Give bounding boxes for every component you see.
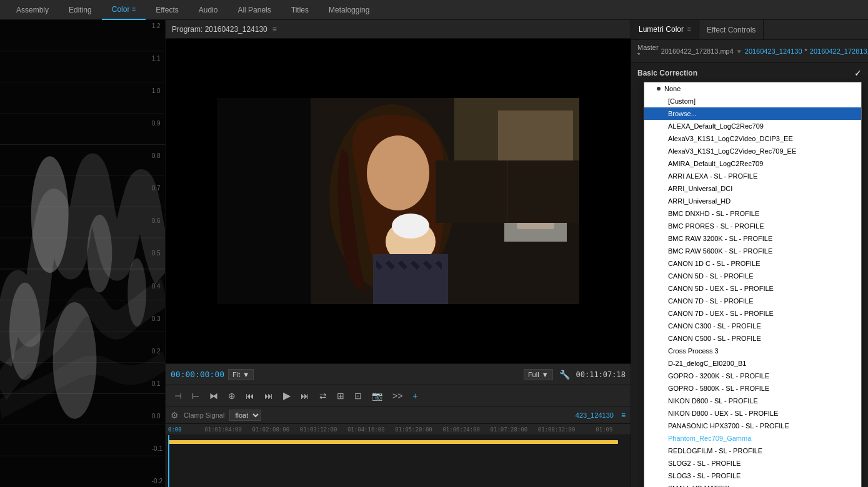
program-title: Program: 20160423_124130	[172, 25, 267, 34]
nav-audio[interactable]: Audio	[189, 0, 228, 20]
timeline-header: ⚙ Clamp Signal float 423_124130 ≡	[166, 406, 631, 424]
lut-option-arri-hd[interactable]: ARRI_Universal_HD	[644, 195, 861, 207]
lut-option-bmc-prores[interactable]: BMC PRORES - SL - PROFILE	[644, 220, 861, 232]
lumetri-content: Basic Correction ✓ Input LUT None ▼ None	[631, 63, 868, 487]
lut-option-bmc-raw-5600[interactable]: BMC RAW 5600K - SL - PROFILE	[644, 245, 861, 257]
more-controls-icon[interactable]: >>	[390, 390, 405, 402]
timeline-start-tc: 0:00	[168, 426, 199, 433]
program-menu-icon[interactable]: ≡	[272, 25, 277, 34]
lut-option-canon-7d[interactable]: CANON 7D - SL - PROFILE	[644, 295, 861, 307]
master-label: Master *	[637, 44, 659, 59]
tab-effect-controls[interactable]: Effect Controls	[699, 20, 764, 39]
svg-rect-30	[373, 254, 448, 304]
basic-correction-checkmark[interactable]: ✓	[854, 68, 862, 78]
nav-assembly[interactable]: Assembly	[6, 0, 59, 20]
go-to-in-icon[interactable]: ⏮	[243, 390, 257, 402]
nav-titles[interactable]: Titles	[281, 0, 319, 20]
lut-option-alexa-default[interactable]: ALEXA_Default_LogC2Rec709	[644, 120, 861, 132]
lumetri-menu-icon[interactable]: ≡	[687, 26, 691, 32]
lut-option-small-hd[interactable]: SMALL HD MATRIX	[644, 482, 861, 487]
right-panel: Lumetri Color ≡ Effect Controls Master *…	[631, 20, 868, 487]
nav-effects[interactable]: Effects	[146, 0, 188, 20]
timeline-gear-icon[interactable]: ⚙	[171, 410, 179, 420]
quality-dropdown[interactable]: Full ▼	[524, 369, 553, 380]
master-arrow[interactable]: ▼	[736, 48, 742, 55]
transport-controls: ⊣ ⊢ ⧓ ⊕ ⏮ ⏭ ▶ ⏭ ⇄ ⊞ ⊡ 📷 >> +	[166, 385, 631, 406]
nav-metalogging[interactable]: Metalogging	[319, 0, 379, 20]
lut-option-canon-c500[interactable]: CANON C500 - SL - PROFILE	[644, 332, 861, 345]
lut-option-cross-process[interactable]: Cross Process 3	[644, 345, 861, 357]
svg-point-17	[87, 215, 112, 293]
play-stop-icon[interactable]: ▶	[281, 388, 293, 403]
lut-option-arri-dci[interactable]: ARRI_Universal_DCI	[644, 182, 861, 195]
lut-option-alexav3-dcip3[interactable]: AlexaV3_K1S1_LogC2Video_DCIP3_EE	[644, 132, 861, 145]
lut-option-canon-1dc[interactable]: CANON 1D C - SL - PROFILE	[644, 257, 861, 270]
lut-option-canon-5d-uex[interactable]: CANON 5D - UEX - SL - PROFILE	[644, 282, 861, 295]
timeline-clip-bar	[168, 440, 618, 444]
timeline-tracks[interactable]	[166, 435, 631, 487]
lut-option-canon-7d-uex[interactable]: CANON 7D - UEX - SL - PROFILE	[644, 307, 861, 320]
lut-option-panasonic[interactable]: PANASONIC HPX3700 - SL - PROFILE	[644, 420, 861, 432]
track-menu-icon[interactable]: ≡	[621, 411, 626, 420]
svg-rect-37	[508, 160, 579, 223]
safe-margins-icon[interactable]: ⊞	[334, 390, 347, 402]
lut-option-nikon-d800[interactable]: NIKON D800 - SL - PROFILE	[644, 395, 861, 407]
lut-option-alexav3-rec709[interactable]: AlexaV3_K1S1_LogC2Video_Rec709_EE	[644, 145, 861, 157]
insert-icon[interactable]: ⊡	[352, 390, 364, 402]
lut-option-browse[interactable]: Browse...	[644, 107, 861, 120]
color-menu-icon[interactable]: ≡	[132, 6, 136, 12]
main-layout: 1.2 1.1 1.0 0.9 0.8 0.7 0.6 0.5 0.4 0.3 …	[0, 20, 868, 487]
master-file: 20160422_172813.mp4	[661, 47, 734, 55]
tab-lumetri-color[interactable]: Lumetri Color ≡	[631, 20, 699, 39]
lut-option-redlogfilm[interactable]: REDLOGFILM - SL - PROFILE	[644, 445, 861, 457]
lut-dropdown: None [Custom] Browse... ALEXA_Default_Lo…	[644, 82, 862, 487]
add-marker-icon[interactable]: +	[410, 390, 420, 402]
loop-icon[interactable]: ⇄	[317, 390, 329, 402]
svg-point-29	[392, 214, 429, 239]
basic-correction-header[interactable]: Basic Correction ✓	[631, 63, 868, 83]
program-header: Program: 20160423_124130 ≡	[166, 20, 631, 39]
svg-rect-22	[217, 98, 311, 304]
lut-option-gopro-3200[interactable]: GOPRO - 3200K - SL - PROFILE	[644, 370, 861, 382]
nav-all-panels[interactable]: All Panels	[227, 0, 281, 20]
top-navigation: Assembly Editing Color ≡ Effects Audio A…	[0, 0, 868, 20]
step-back-icon[interactable]: ⏭	[262, 390, 276, 402]
lut-option-none[interactable]: None	[644, 82, 861, 95]
lut-option-bmc-raw-3200[interactable]: BMC RAW 3200K - SL - PROFILE	[644, 232, 861, 245]
mark-in-icon[interactable]: ⊣	[172, 390, 184, 402]
clamp-dropdown[interactable]: float	[229, 410, 261, 421]
lift-extract-icon[interactable]: ⊕	[226, 390, 238, 402]
basic-correction-title: Basic Correction	[637, 69, 697, 77]
lut-option-slog2[interactable]: SLOG2 - SL - PROFILE	[644, 457, 861, 470]
clip-link-2[interactable]: 20160422_172813.mp4	[810, 47, 868, 55]
lut-option-phantom[interactable]: Phantom_Rec709_Gamma	[644, 432, 861, 445]
panel-tabs: Lumetri Color ≡ Effect Controls	[631, 20, 868, 40]
playback-controls: 00:00:00:00 Fit ▼ Full ▼ 🔧 00:11:07:18	[166, 363, 631, 385]
lut-option-amira[interactable]: AMIRA_Default_LogC2Rec709	[644, 157, 861, 170]
lut-option-nikon-d800-uex[interactable]: NIKON D800 - UEX - SL - PROFILE	[644, 407, 861, 420]
waveform-scope: 1.2 1.1 1.0 0.9 0.8 0.7 0.6 0.5 0.4 0.3 …	[0, 20, 165, 487]
step-fwd-icon[interactable]: ⏭	[298, 390, 312, 402]
lut-option-d21[interactable]: D-21_delogC_EI0200_B1	[644, 357, 861, 370]
fit-dropdown[interactable]: Fit ▼	[228, 369, 254, 380]
svg-rect-36	[436, 160, 507, 223]
mark-clip-icon[interactable]: ⧓	[207, 390, 221, 402]
clip-link-1[interactable]: 20160423_124130	[745, 47, 802, 55]
lut-option-custom[interactable]: [Custom]	[644, 95, 861, 107]
lut-option-slog3[interactable]: SLOG3 - SL - PROFILE	[644, 470, 861, 482]
lut-option-canon-5d[interactable]: CANON 5D - SL - PROFILE	[644, 270, 861, 282]
clamp-label: Clamp Signal	[184, 411, 224, 419]
camera-icon[interactable]: 📷	[369, 390, 385, 402]
timecode-display: 00:00:00:00	[171, 370, 224, 379]
timeline-playhead[interactable]	[168, 435, 169, 487]
lut-dot-none	[657, 87, 661, 91]
lut-option-canon-c300[interactable]: CANON C300 - SL - PROFILE	[644, 320, 861, 332]
nav-color[interactable]: Color ≡	[102, 0, 146, 20]
wrench-icon[interactable]: 🔧	[557, 368, 572, 381]
track-name: 423_124130	[576, 411, 614, 419]
nav-editing[interactable]: Editing	[59, 0, 102, 20]
lut-option-bmc-dnxhd[interactable]: BMC DNXHD - SL - PROFILE	[644, 207, 861, 220]
mark-out-icon[interactable]: ⊢	[189, 390, 202, 402]
lut-option-gopro-5800[interactable]: GOPRO - 5800K - SL - PROFILE	[644, 382, 861, 395]
lut-option-arri-alexa[interactable]: ARRI ALEXA - SL - PROFILE	[644, 170, 861, 182]
